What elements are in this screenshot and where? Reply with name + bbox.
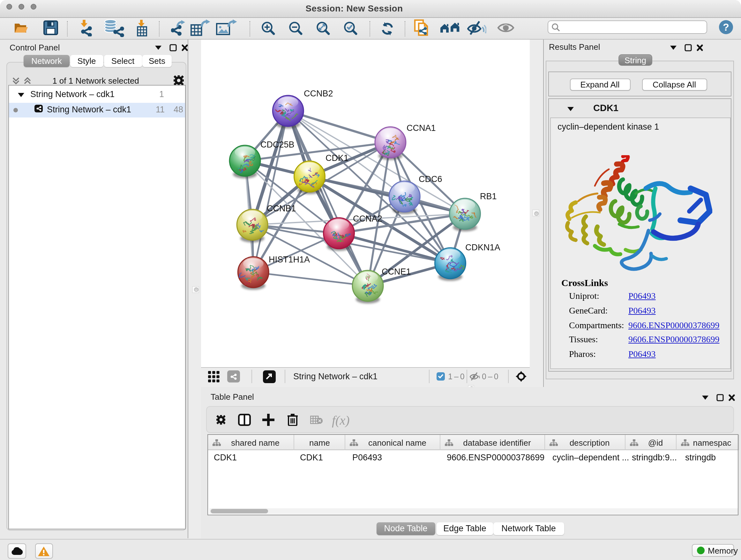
svg-text:CCNB1: CCNB1 [267, 204, 296, 213]
svg-text:?: ? [723, 21, 729, 33]
svg-text:CDKN1A: CDKN1A [465, 243, 500, 252]
svg-text:CDC25B: CDC25B [260, 140, 294, 149]
svg-text:HIST1H1A: HIST1H1A [269, 255, 310, 264]
svg-text:CCNE1: CCNE1 [382, 267, 411, 276]
svg-text:CCNA2: CCNA2 [353, 214, 382, 224]
svg-text:CDC6: CDC6 [419, 174, 442, 184]
svg-text:RB1: RB1 [480, 192, 497, 201]
svg-text:CCNB2: CCNB2 [304, 89, 333, 98]
svg-text:CCNA1: CCNA1 [407, 123, 436, 133]
svg-text:CDK1: CDK1 [326, 153, 348, 163]
